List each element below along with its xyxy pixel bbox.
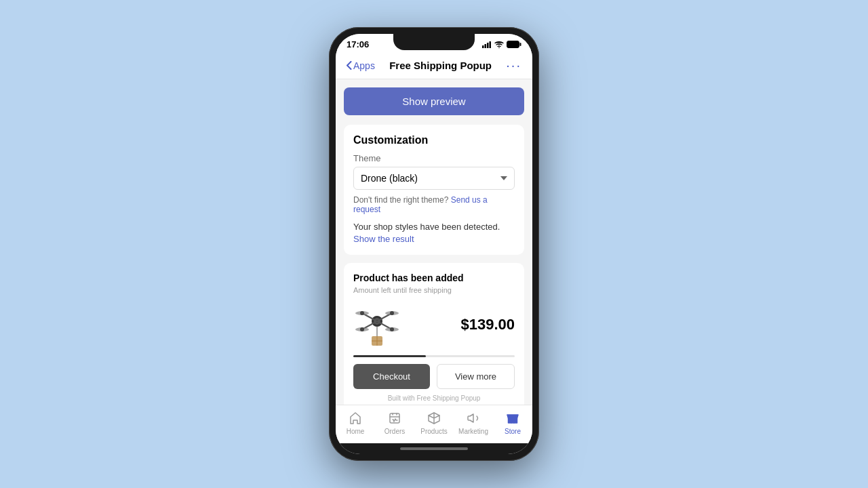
svg-point-19 [360, 311, 364, 315]
tab-store-label: Store [505, 428, 521, 435]
status-time: 17:06 [347, 39, 369, 49]
progress-bar-fill [353, 355, 426, 357]
home-indicator-bar [400, 447, 468, 450]
tab-orders[interactable]: Orders [378, 411, 412, 435]
orders-icon [387, 411, 402, 426]
drone-svg [355, 301, 399, 348]
notch [393, 34, 475, 50]
popup-subtitle: Amount left until free shipping [353, 286, 515, 294]
phone-screen: 17:06 [336, 34, 532, 454]
content-area: Show preview Customization Theme Drone (… [336, 79, 532, 405]
tab-products[interactable]: Products [417, 411, 451, 435]
wifi-icon [494, 41, 504, 48]
popup-title: Product has been added [353, 272, 515, 283]
progress-bar [353, 355, 515, 357]
product-popup-preview: Product has been added Amount left until… [344, 263, 524, 405]
show-result-link[interactable]: Show the result [353, 233, 515, 245]
back-label: Apps [353, 60, 375, 71]
popup-content: $139.00 [353, 301, 515, 348]
tab-products-label: Products [420, 428, 447, 435]
home-icon [348, 411, 363, 426]
theme-help-text: Don't find the right theme? Send us a re… [353, 195, 515, 214]
tab-marketing[interactable]: Marketing [456, 411, 490, 435]
svg-rect-7 [508, 42, 517, 47]
svg-point-22 [390, 327, 394, 331]
svg-rect-3 [490, 41, 492, 48]
products-icon [427, 411, 441, 426]
signal-icon [482, 41, 492, 48]
checkout-button[interactable]: Checkout [353, 364, 430, 389]
status-icons [482, 41, 521, 48]
svg-point-20 [390, 311, 394, 315]
chevron-left-icon [347, 61, 352, 70]
phone-device: 17:06 [329, 27, 539, 461]
svg-rect-6 [520, 43, 521, 46]
tab-marketing-label: Marketing [458, 428, 488, 435]
show-preview-button[interactable]: Show preview [344, 87, 524, 115]
svg-rect-0 [482, 45, 484, 48]
customization-title: Customization [353, 134, 515, 146]
tab-home-label: Home [347, 428, 365, 435]
battery-icon [507, 41, 521, 48]
customization-section: Customization Theme Drone (black) Don't … [344, 125, 524, 255]
drone-image [353, 301, 401, 348]
built-with-text: Built with Free Shipping Popup [353, 394, 515, 402]
theme-label: Theme [353, 153, 515, 163]
shop-styles-text: Your shop styles have been detected. Sho… [353, 221, 515, 245]
tab-store[interactable]: Store [496, 411, 530, 435]
tab-orders-label: Orders [384, 428, 406, 435]
svg-point-21 [360, 327, 364, 331]
view-more-button[interactable]: View more [437, 364, 515, 389]
svg-rect-27 [390, 413, 399, 423]
nav-bar: Apps Free Shipping Popup ··· [336, 52, 532, 79]
popup-price: $139.00 [460, 316, 515, 333]
back-button[interactable]: Apps [347, 60, 375, 71]
svg-rect-1 [485, 44, 487, 48]
marketing-icon [466, 411, 481, 426]
theme-select[interactable]: Drone (black) [353, 167, 515, 190]
status-bar: 17:06 [336, 34, 532, 52]
popup-buttons: Checkout View more [353, 364, 515, 389]
tab-home[interactable]: Home [338, 411, 372, 435]
nav-title: Free Shipping Popup [389, 60, 492, 71]
tab-bar: Home Orders [336, 405, 532, 443]
home-indicator [336, 443, 532, 454]
more-button[interactable]: ··· [506, 58, 521, 73]
svg-rect-2 [487, 43, 489, 48]
store-icon [505, 411, 520, 426]
svg-point-4 [498, 47, 500, 48]
